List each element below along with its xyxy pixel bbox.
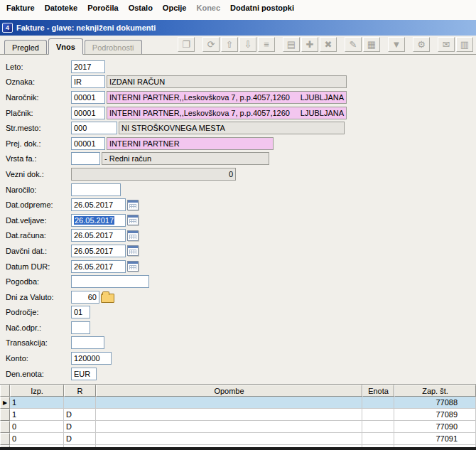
header-r: R (64, 385, 96, 397)
datumdur-label: Datum DUR: (6, 262, 71, 271)
narocilo-label: Naročilo: (6, 186, 71, 194)
filter-button[interactable]: ▼ (388, 37, 405, 52)
toolbar-group: ✎ ▦ (345, 37, 380, 52)
row-selector[interactable] (0, 409, 10, 421)
row-selector[interactable] (0, 421, 10, 433)
copy-button[interactable]: ❐ (178, 37, 195, 52)
table-row[interactable]: 0 D 77090 (0, 421, 476, 433)
add-button[interactable]: ✚ (301, 37, 318, 52)
dnizavaluto-label: Dni za Valuto: (6, 293, 71, 301)
move-down-button[interactable]: ⇩ (239, 37, 256, 52)
nacodpr-input[interactable] (71, 321, 90, 334)
veznidok-value: 0 (71, 168, 236, 181)
add-icon: ✚ (306, 40, 314, 49)
davcnidat-input[interactable]: 26.05.2017 (71, 245, 126, 257)
cell-r (64, 397, 96, 409)
delete-button[interactable]: ✖ (320, 37, 337, 52)
settings-button[interactable]: ⚙ (413, 37, 430, 52)
toolbar-group: ⟳ ⇧ ⇩ ≡ (202, 37, 275, 52)
toolbar-group: ⚙ (413, 37, 430, 52)
cell-r: D (64, 433, 96, 445)
details-button[interactable]: ▤ (283, 37, 300, 52)
datumdur-input[interactable]: 26.05.2017 (71, 260, 126, 273)
datracuna-calendar-icon[interactable] (127, 230, 139, 241)
records-table: Izp. R Opombe Enota Zap. št. ▶ 1 77088 1… (0, 384, 476, 450)
app-icon (2, 23, 13, 33)
table-row[interactable]: 0 D 77091 (0, 433, 476, 445)
narocnik-code-input[interactable]: 00001 (71, 91, 105, 104)
table-row[interactable]: ▶ 1 77088 (0, 397, 476, 409)
davcnidat-calendar-icon[interactable] (127, 245, 139, 256)
tab-pregled[interactable]: Pregled (4, 40, 47, 54)
menu-item-opcije[interactable]: Opcije (158, 1, 192, 14)
datveljave-calendar-icon[interactable] (127, 215, 139, 225)
prejdok-code-input[interactable]: 00001 (71, 137, 105, 150)
prejdok-description: INTERNI PARTNER (107, 137, 274, 150)
menu-item-konec[interactable]: Konec (191, 1, 225, 14)
window-bottom-edge (0, 447, 476, 450)
columns-button[interactable]: ▥ (456, 37, 473, 52)
window-fakture-glave: Fakture - glave: neknjiženi dokumenti Pr… (0, 20, 476, 450)
transakcija-input[interactable] (71, 336, 104, 349)
datodpreme-input[interactable]: 26.05.2017 (71, 198, 126, 211)
datumdur-calendar-icon[interactable] (127, 261, 139, 272)
edit-button[interactable]: ✎ (345, 37, 362, 52)
vrstafa-code-input[interactable] (71, 152, 100, 165)
strmesto-description: NI STROŠKOVNEGA MESTA (119, 122, 345, 134)
row-selector[interactable] (0, 433, 10, 445)
konto-input[interactable]: 120000 (71, 352, 112, 365)
strmesto-label: Str.mesto: (6, 124, 71, 132)
oznaka-label: Oznaka: (6, 77, 71, 86)
field-row-pogodba: Pogodba: (6, 274, 476, 289)
field-row-nacodpr: Nač.odpr.: (6, 320, 476, 336)
grid-button[interactable]: ▦ (363, 37, 380, 52)
field-row-oznaka: Oznaka: IR IZDANI RAČUN (6, 75, 476, 90)
field-row-datumdur: Datum DUR: 26.05.2017 (6, 259, 476, 274)
field-row-vrstafa: Vrsta fa.: - Redni račun (6, 151, 476, 167)
calendar-grid (129, 204, 136, 208)
field-row-narocilo: Naročilo: (6, 182, 476, 198)
narocilo-input[interactable] (71, 183, 121, 196)
datracuna-label: Dat.računa: (6, 231, 71, 240)
header-enota: Enota (362, 385, 394, 397)
pogodba-input[interactable] (71, 275, 149, 288)
cell-enota (362, 433, 394, 445)
field-row-veznidok: Vezni dok.: 0 (6, 166, 476, 182)
menu-item-datoteke[interactable]: Datoteke (40, 1, 82, 14)
placnik-code-input[interactable]: 00001 (71, 107, 105, 119)
leto-input[interactable]: 2017 (71, 60, 105, 73)
menu-item-porocila[interactable]: Poročila (82, 1, 123, 14)
details-icon: ▤ (287, 40, 296, 49)
table-row[interactable]: 1 D 77089 (0, 409, 476, 421)
row-selector[interactable]: ▶ (0, 397, 10, 409)
narocnik-description: INTERNI PARTNER,,Leskovškova 7, p.p.4057… (107, 91, 347, 104)
menu-item-fakture[interactable]: Fakture (1, 1, 40, 14)
vrstafa-description: - Redni račun (102, 152, 269, 165)
current-row-marker-icon: ▶ (3, 400, 7, 406)
send-button[interactable]: ✉ (438, 37, 455, 52)
list-button[interactable]: ≡ (258, 37, 275, 52)
tab-vnos[interactable]: Vnos (48, 38, 83, 55)
datodpreme-calendar-icon[interactable] (127, 200, 139, 210)
menu-item-ostalo[interactable]: Ostalo (124, 1, 158, 14)
strmesto-code-input[interactable]: 000 (71, 122, 117, 134)
podrocje-input[interactable]: 01 (71, 306, 90, 318)
datracuna-input[interactable]: 26.05.2017 (71, 229, 126, 242)
refresh-button[interactable]: ⟳ (202, 37, 220, 52)
transakcija-label: Transakcija: (6, 338, 71, 347)
vrstafa-label: Vrsta fa.: (6, 154, 71, 163)
tab-podrobnosti[interactable]: Podrobnosti (85, 40, 142, 54)
calendar-grid (129, 219, 136, 223)
menu-item-dodatni-postopki[interactable]: Dodatni postopki (225, 1, 299, 14)
move-up-button[interactable]: ⇧ (221, 37, 238, 52)
folder-icon[interactable] (101, 294, 114, 303)
datveljave-label: Dat.veljave: (6, 216, 71, 225)
window-title: Fakture - glave: neknjiženi dokumenti (16, 23, 156, 32)
header-row-selector (0, 385, 10, 397)
dnizavaluto-input[interactable]: 60 (71, 291, 99, 304)
datveljave-input[interactable]: 26.05.2017 (71, 214, 126, 227)
oznaka-code-input[interactable]: IR (71, 75, 105, 88)
grid-icon: ▦ (367, 40, 376, 49)
denenota-input[interactable]: EUR (71, 368, 97, 380)
denenota-label: Den.enota: (6, 370, 71, 378)
